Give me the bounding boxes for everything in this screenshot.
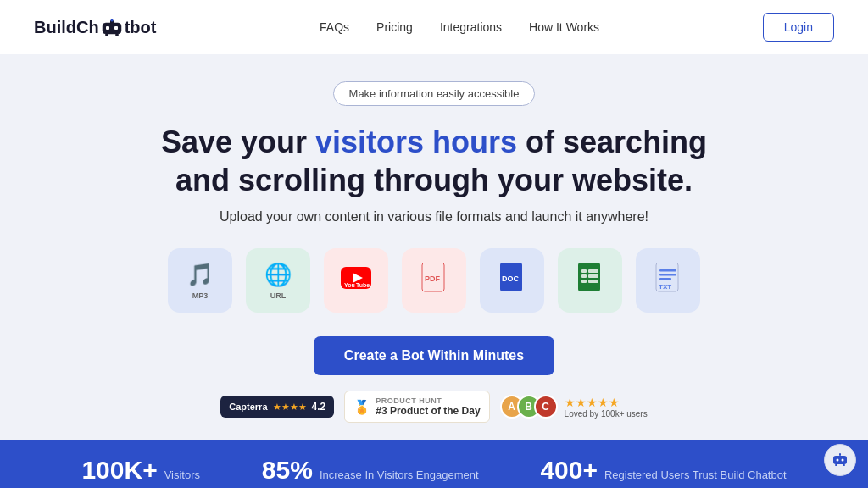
file-icon-mp3: 🎵 MP3 [168,248,232,313]
svg-point-29 [837,459,839,462]
capterra-label: Capterra [229,402,267,412]
svg-rect-21 [581,280,587,283]
svg-rect-33 [843,464,845,466]
file-icons-row: 🎵 MP3 🌐 URL You Tube PDF [168,248,700,313]
stat-engagement: 85% Increase In Visitors Engagement [262,456,479,485]
user-avatars: A B C [500,395,558,419]
file-icon-doc: DOC [480,248,544,313]
svg-rect-25 [659,274,676,276]
svg-rect-6 [115,34,119,36]
product-hunt-badge: 🏅 PRODUCT HUNT #3 Product of the Day [344,391,489,423]
svg-point-7 [110,19,113,22]
svg-text:DOC: DOC [502,274,520,283]
svg-text:PDF: PDF [425,274,441,283]
svg-rect-5 [105,34,108,36]
logo-text-after: tbot [125,18,157,37]
chatbot-fab[interactable] [824,444,856,476]
svg-rect-17 [581,269,587,273]
users-stars: ★★★★★ [565,396,648,409]
stat-users-number: 400+ [540,456,598,485]
svg-rect-20 [588,274,598,278]
youtube-icon: You Tube [341,267,371,295]
file-icon-txt: TXT [636,248,700,313]
stat-engagement-label: Increase In Visitors Engagement [320,469,479,481]
pdf-icon: PDF [420,263,448,299]
capterra-badge: Capterra ★★★★ 4.2 [220,396,334,418]
users-badge: A B C ★★★★★ Loved by 100k+ users [500,395,648,419]
ph-label: #3 Product of the Day [376,405,480,417]
stat-engagement-number: 85% [262,456,313,485]
hero-badge-text: Make information easily accessible [349,87,520,100]
svg-rect-31 [839,453,841,456]
svg-rect-24 [659,269,676,272]
nav-pricing[interactable]: Pricing [376,20,413,34]
file-icon-sheets [558,248,622,313]
hero-title: Save your visitors hours of searching an… [146,123,722,199]
file-icon-youtube: You Tube [324,248,388,313]
doc-icon: DOC [498,263,526,299]
svg-rect-26 [659,278,671,280]
sheets-icon [576,263,604,299]
nav-how-it-works[interactable]: How It Works [529,20,599,34]
navbar: BuildCh tbot FAQs Pricing Integrations H… [0,0,868,54]
stats-footer: 100K+ Visitors 85% Increase In Visitors … [0,440,868,488]
logo-bot-icon [100,19,124,36]
svg-rect-32 [835,464,837,466]
mp3-icon: 🎵 [186,262,214,288]
badges-row: Capterra ★★★★ 4.2 🏅 PRODUCT HUNT #3 Prod… [220,391,647,423]
url-icon: 🌐 [264,262,292,288]
stat-visitors: 100K+ Visitors [81,456,200,485]
stat-visitors-label: Visitors [164,469,200,481]
users-rating: ★★★★★ Loved by 100k+ users [565,396,648,419]
hero-title-part1: Save your [161,125,315,159]
stat-visitors-number: 100K+ [81,456,157,485]
hero-section: Make information easily accessible Save … [0,54,868,440]
url-label: URL [270,291,287,300]
nav-faqs[interactable]: FAQs [320,20,349,34]
user-avatar-3: C [534,395,558,419]
capterra-score: 4.2 [312,401,326,413]
hero-title-highlight: visitors hours [315,125,517,159]
cta-button[interactable]: Create a Bot Within Minutes [314,336,554,375]
svg-point-30 [842,459,844,462]
svg-rect-0 [103,23,121,34]
txt-icon: TXT [654,263,682,299]
stat-users: 400+ Registered Users Trust Build Chatbo… [540,456,786,485]
svg-rect-28 [833,456,847,464]
svg-rect-22 [588,280,598,283]
svg-text:You: You [344,282,355,288]
svg-rect-19 [581,274,587,278]
logo-text-before: BuildCh [34,18,99,37]
nav-links: FAQs Pricing Integrations How It Works [320,20,599,34]
login-button[interactable]: Login [763,13,834,42]
file-icon-pdf: PDF [402,248,466,313]
hero-badge: Make information easily accessible [333,81,536,106]
hero-subtitle: Upload your own content in various file … [220,209,648,225]
stat-users-label: Registered Users Trust Build Chatbot [604,469,787,481]
svg-rect-18 [588,269,598,273]
svg-rect-2 [114,26,118,30]
svg-text:Tube: Tube [356,282,370,288]
users-text: Loved by 100k+ users [565,409,648,419]
mp3-label: MP3 [192,291,209,300]
ph-medal-icon: 🏅 [353,399,370,415]
svg-text:TXT: TXT [659,283,671,291]
logo[interactable]: BuildCh tbot [34,18,156,37]
nav-integrations[interactable]: Integrations [440,20,502,34]
file-icon-url: 🌐 URL [246,248,310,313]
ph-tag: PRODUCT HUNT [376,396,480,405]
svg-rect-1 [106,26,109,30]
capterra-stars: ★★★★ [273,402,307,413]
